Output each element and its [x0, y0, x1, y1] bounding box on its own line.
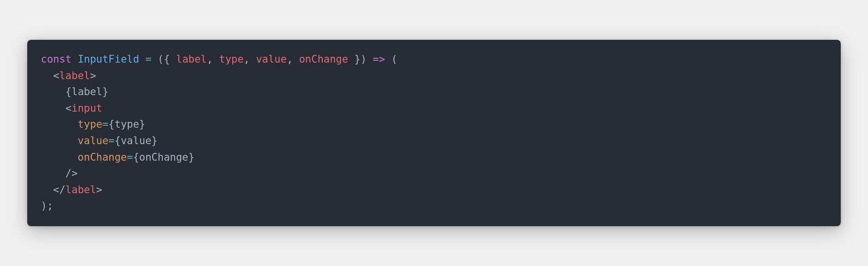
jsx-tag-label-close: label [66, 184, 96, 196]
jsx-attr-value: value [78, 135, 108, 147]
code-line: /> [41, 167, 78, 179]
code-line: value={value} [41, 135, 157, 147]
code-line: {label} [41, 86, 108, 98]
param-value: value [256, 53, 287, 65]
jsx-attr-onchange: onChange [78, 151, 127, 163]
jsx-tag-label: label [59, 70, 90, 82]
param-label: label [176, 53, 207, 65]
identifier-class: InputField [78, 53, 139, 65]
code-line: const InputField = ({ label, type, value… [41, 53, 398, 65]
code-block[interactable]: const InputField = ({ label, type, value… [27, 40, 841, 226]
jsx-expr: label [71, 86, 102, 98]
jsx-tag-input: input [71, 102, 102, 114]
param-type: type [219, 53, 244, 65]
code-line: <input [41, 102, 102, 114]
code-line: type={type} [41, 118, 145, 130]
jsx-attr-type: type [78, 118, 103, 130]
arrow-operator: => [373, 53, 385, 65]
code-line: onChange={onChange} [41, 151, 194, 163]
code-line: ); [41, 200, 53, 212]
param-onchange: onChange [299, 53, 348, 65]
code-line: </label> [41, 184, 102, 196]
operator-eq: = [145, 53, 152, 65]
code-line: <label> [41, 70, 96, 82]
keyword-const: const [41, 53, 71, 65]
